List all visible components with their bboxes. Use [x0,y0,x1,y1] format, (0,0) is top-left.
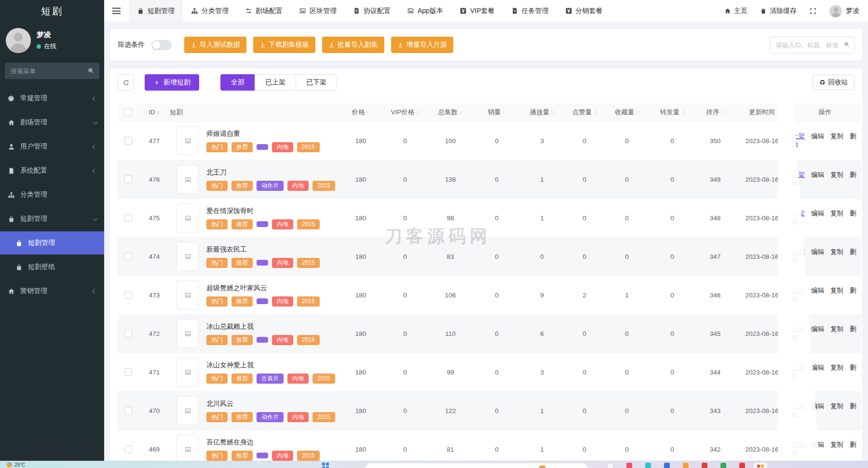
action-copy[interactable]: 复制 [830,441,843,448]
sidebar-item-duanju-wallpaper[interactable]: 短剧壁纸 [0,255,104,279]
clear-cache-button[interactable]: 清除缓存 [760,7,797,15]
action-publish[interactable]: 上架 [792,210,805,217]
sidebar-item-duanju-manage[interactable]: 短剧管理 [0,207,104,230]
action-edit[interactable]: 编辑 [811,325,824,333]
sidebar-item-general-manage[interactable]: 常规管理 [0,87,104,110]
tab-theater-config[interactable]: 剧场配置 [237,0,291,22]
action-publish[interactable]: 上架 [792,133,805,140]
segment-off-shelf[interactable]: 已下架 [296,74,337,91]
incremental-import-source-button[interactable]: 增量导入片源 [391,37,453,53]
search-icon[interactable] [843,41,850,48]
action-copy[interactable]: 复制 [830,364,843,371]
row-checkbox[interactable] [124,214,132,222]
action-publish[interactable]: 上架 [792,325,805,333]
col-plays[interactable]: 播放量↓↑ [520,103,564,121]
tab-category-manage[interactable]: 分类管理 [183,0,237,22]
taskbar-app-icon[interactable] [683,463,689,468]
col-episodes[interactable]: 总集数↓↑ [427,103,474,121]
start-button[interactable] [322,463,329,468]
segment-all[interactable]: 全部 [220,74,255,91]
tab-distribution-package[interactable]: 分销套餐 [557,0,611,22]
col-id[interactable]: ID↓↑ [139,103,170,121]
tab-app-version[interactable]: App版本 [399,0,451,22]
menu-search-input[interactable] [5,63,99,79]
row-checkbox[interactable] [124,291,132,299]
user-menu[interactable]: 梦凌 [829,5,859,17]
weather-widget[interactable]: 25°C [7,462,25,468]
action-copy[interactable]: 复制 [830,171,843,178]
taskbar-active-app[interactable] [753,462,768,468]
taskbar-search[interactable] [365,463,588,468]
tab-duanju-manage[interactable]: 短剧管理 [129,0,183,22]
action-copy[interactable]: 复制 [830,287,843,294]
download-episode-template-button[interactable]: 下载剧集模板 [253,37,315,53]
drama-table-card: + 新增短剧 全部已上架已下架 ♻ 回收站 ID↓↑短剧价格↓↑VIP价格↓↑总… [110,68,862,461]
add-drama-button[interactable]: + 新增短剧 [145,74,199,91]
action-edit[interactable]: 编辑 [811,248,824,255]
col-favorites[interactable]: 收藏量↓↑ [605,103,649,121]
row-checkbox[interactable] [124,175,132,183]
action-edit[interactable]: 编辑 [811,171,824,178]
action-copy[interactable]: 复制 [830,248,843,255]
refresh-button[interactable] [118,74,134,91]
tab-protocol-config[interactable]: 协议配置 [345,0,399,22]
action-edit[interactable]: 编辑 [811,210,824,217]
row-checkbox[interactable] [124,330,132,337]
action-copy[interactable]: 复制 [830,210,843,217]
action-edit[interactable]: 编辑 [811,287,824,294]
taskbar-app-icon[interactable] [702,463,707,468]
tab-task-manage[interactable]: 任务管理 [503,0,557,22]
action-copy[interactable]: 复制 [830,133,843,140]
row-checkbox[interactable] [124,253,132,260]
sidebar-item-user-manage[interactable]: 用户管理 [0,135,104,158]
fullscreen-button[interactable] [809,7,817,15]
col-price[interactable]: 价格↓↑ [339,103,383,121]
action-publish[interactable]: 上架 [792,441,805,448]
action-publish[interactable]: 上架 [792,248,805,255]
import-test-data-button[interactable]: 导入测试数据 [184,37,246,53]
filter-toggle[interactable] [151,40,172,50]
sidebar-item-system-config[interactable]: 系统配置 [0,159,104,182]
taskbar-app-icon[interactable] [626,463,632,468]
action-copy[interactable]: 复制 [830,402,843,410]
action-edit[interactable]: 编辑 [811,441,824,448]
action-edit[interactable]: 编辑 [811,364,824,371]
row-checkbox[interactable] [124,368,132,376]
table-toolbar: + 新增短剧 全部已上架已下架 ♻ 回收站 [118,74,854,91]
action-publish[interactable]: 上架 [792,402,805,410]
row-checkbox[interactable] [124,137,132,145]
batch-import-episodes-button[interactable]: 批量导入剧集 [322,37,384,53]
taskbar-app-icon[interactable] [739,463,745,468]
table-search-input[interactable] [770,36,854,53]
action-edit[interactable]: 编辑 [811,133,824,140]
action-publish[interactable]: 上架 [792,171,805,178]
taskbar-app-icon[interactable] [720,463,726,468]
row-checkbox[interactable] [124,407,132,415]
col-sales[interactable]: 销量↓↑ [474,103,520,121]
recycle-bin-button[interactable]: ♻ 回收站 [813,75,854,90]
taskbar-app-icon[interactable] [664,463,670,468]
taskbar-app-icon[interactable] [608,463,613,468]
col-sort[interactable]: 排序↓↑ [695,103,735,121]
sidebar-item-category-manage[interactable]: 分类管理 [0,183,104,206]
action-copy[interactable]: 复制 [830,325,843,333]
image-icon [184,214,191,222]
tab-block-manage[interactable]: 区块管理 [291,0,345,22]
sidebar-item-duanju-manage-sub[interactable]: 短剧管理 [0,231,104,254]
sidebar-item-theater-manage[interactable]: 剧场管理 [0,111,104,134]
col-vip_price[interactable]: VIP价格↓↑ [383,103,427,121]
row-checkbox[interactable] [124,445,132,453]
col-shares[interactable]: 转发量↓↑ [649,103,695,121]
home-link[interactable]: 主页 [724,7,747,15]
action-publish[interactable]: 上架 [792,364,805,371]
segment-on-shelf[interactable]: 已上架 [255,74,296,91]
select-all-checkbox[interactable] [124,108,132,116]
col-likes[interactable]: 点赞量↓↑ [564,103,605,121]
taskbar-app-icon[interactable] [645,463,651,468]
cell-sales: 0 [474,391,520,430]
sidebar-toggle-button[interactable] [104,0,129,22]
action-publish[interactable]: 上架 [792,287,805,294]
sidebar-item-marketing-manage[interactable]: 营销管理 [0,280,104,303]
tab-vip-package[interactable]: VIP套餐 [451,0,503,22]
action-edit[interactable]: 编辑 [811,402,824,410]
